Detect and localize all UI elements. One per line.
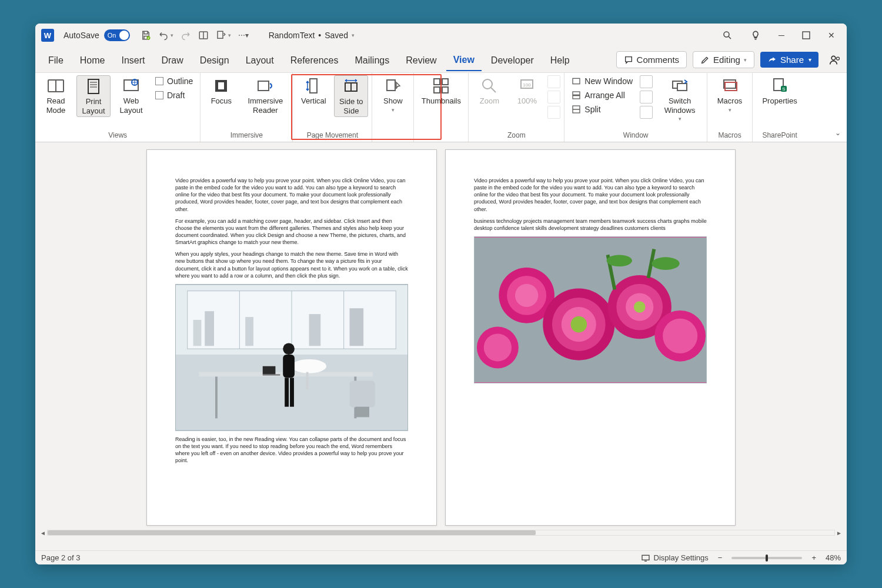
svg-point-28 [483,79,492,89]
svg-point-75 [571,316,587,333]
split-button[interactable]: Split [568,103,636,115]
paragraph: Video provides a powerful way to help yo… [474,177,707,213]
macros-button[interactable]: Macros ▾ [711,75,749,114]
vertical-button[interactable]: Vertical [296,75,330,107]
scrollbar-thumb[interactable] [48,530,536,535]
tab-layout[interactable]: Layout [239,49,281,71]
svg-point-7 [831,56,836,60]
properties-button[interactable]: S Properties [756,75,803,107]
tab-help[interactable]: Help [543,49,577,71]
svg-point-81 [663,319,697,353]
display-settings-button[interactable]: Display Settings [641,553,709,563]
autosave-toggle[interactable]: On [104,29,130,41]
editing-mode-button[interactable]: Editing ▾ [693,51,754,68]
svg-rect-19 [258,81,269,91]
svg-rect-27 [442,87,448,93]
embedded-image-office[interactable] [175,284,408,431]
tab-references[interactable]: References [283,49,346,71]
svg-point-79 [634,301,646,313]
view-side-by-side-icon[interactable] [640,75,653,88]
print-layout-button[interactable]: Print Layout [76,75,111,117]
tab-draw[interactable]: Draw [154,49,190,71]
draft-button[interactable]: Draft [152,89,196,101]
immersive-reader-button[interactable]: Immersive Reader [242,75,289,116]
tab-view[interactable]: View [446,49,482,71]
svg-rect-38 [677,83,687,91]
ribbon-group-views: Read Mode Print Layout Web Layout Outlin… [35,73,201,142]
zoom-button[interactable]: Zoom [472,75,506,107]
zoom-slider[interactable] [731,557,802,559]
one-page-icon[interactable] [547,75,560,88]
lightbulb-icon[interactable] [750,30,761,41]
pages-container: Video provides a powerful way to help yo… [146,149,736,546]
paragraph: When you apply styles, your headings cha… [175,250,408,279]
show-dropdown-button[interactable]: Show ▾ [376,75,410,114]
document-page-1[interactable]: Video provides a powerful way to help yo… [146,149,437,526]
page-number-status[interactable]: Page 2 of 3 [41,553,81,562]
undo-button[interactable]: ▾ [158,30,173,41]
svg-point-8 [837,57,840,60]
scroll-left-icon[interactable]: ◄ [39,530,47,536]
ribbon-tabs: File Home Insert Draw Design Layout Refe… [35,47,847,73]
scrollbar-track[interactable] [47,530,835,536]
zoom-out-icon[interactable]: − [718,553,723,562]
tab-review[interactable]: Review [399,49,443,71]
svg-rect-54 [355,407,369,417]
account-icon[interactable] [829,54,841,66]
outline-button[interactable]: Outline [152,75,196,87]
reset-window-icon[interactable] [640,106,653,119]
scroll-right-icon[interactable]: ► [835,530,843,536]
svg-rect-3 [218,31,223,38]
tab-insert[interactable]: Insert [114,49,152,71]
document-title[interactable]: RandomText • Saved ▾ [269,31,355,40]
side-to-side-button[interactable]: Side to Side [334,75,368,117]
qat-icon-1[interactable] [198,30,209,41]
qat-icon-2[interactable]: ▾ [216,30,231,41]
web-layout-button[interactable]: Web Layout [114,75,148,116]
svg-rect-67 [350,308,364,346]
svg-point-4 [724,32,729,37]
autosave-control[interactable]: AutoSave On [64,29,130,41]
window-extra-icons [640,75,653,119]
qat-customize-icon[interactable]: ⋯▾ [238,31,249,39]
status-bar: Page 2 of 3 Display Settings − + 48% [35,550,847,564]
read-mode-button[interactable]: Read Mode [39,75,73,116]
chevron-down-icon[interactable]: ▾ [352,32,355,38]
page-width-icon[interactable] [547,106,560,119]
zoom-100-button[interactable]: 100 100% [510,75,544,107]
document-page-2[interactable]: Video provides a powerful way to help yo… [445,149,736,526]
minimize-button[interactable]: ─ [779,31,784,40]
zoom-percentage[interactable]: 48% [826,553,841,562]
switch-windows-button[interactable]: Switch Windows ▾ [656,75,703,123]
horizontal-scrollbar[interactable]: ◄ ► [39,528,843,537]
tab-developer[interactable]: Developer [484,49,541,71]
new-window-button[interactable]: New Window [568,75,636,87]
share-button[interactable]: Share ▾ [760,52,818,68]
collapse-ribbon-icon[interactable]: ⌄ [835,129,841,137]
svg-rect-63 [193,320,202,346]
thumbnails-button[interactable]: Thumbnails [417,75,465,107]
focus-button[interactable]: Focus [204,75,238,107]
comments-button[interactable]: Comments [616,51,687,68]
redo-button[interactable] [181,30,191,41]
tab-file[interactable]: File [41,49,71,71]
close-button[interactable]: ✕ [828,31,835,40]
embedded-image-flowers[interactable] [474,236,707,383]
tab-design[interactable]: Design [193,49,236,71]
save-icon[interactable] [141,30,151,41]
svg-rect-20 [310,79,317,93]
multi-page-icon[interactable] [547,91,560,103]
ribbon-group-zoom: Zoom 100 100% Zoom [469,73,564,142]
ribbon-group-macros: Macros ▾ Macros [707,73,753,142]
arrange-all-button[interactable]: Arrange All [568,89,636,101]
svg-rect-33 [573,92,580,95]
tab-home[interactable]: Home [73,49,112,71]
svg-rect-62 [263,374,280,375]
sync-scroll-icon[interactable] [640,91,653,103]
svg-point-83 [484,333,512,361]
zoom-in-icon[interactable]: + [811,553,816,562]
maximize-button[interactable] [802,31,810,39]
titlebar: W AutoSave On ▾ ▾ [35,24,847,47]
tab-mailings[interactable]: Mailings [348,49,397,71]
search-icon[interactable] [722,30,733,41]
